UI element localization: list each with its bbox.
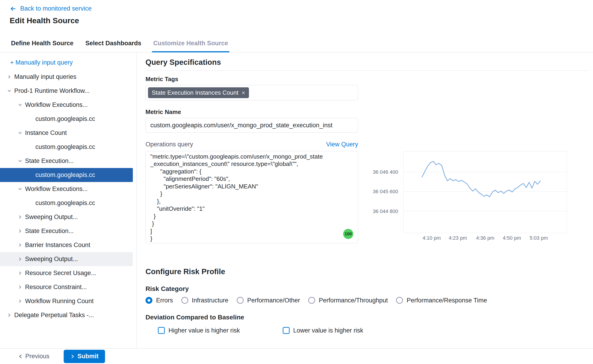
- view-query-link[interactable]: View Query: [326, 141, 358, 148]
- metric-tag-chip-label: State Execution Instances Count: [152, 89, 238, 96]
- chevron-right-icon[interactable]: [18, 285, 22, 290]
- tree-item-label: Resource Secret Usage...: [25, 270, 96, 277]
- radio-label: Performance/Response Time: [407, 297, 487, 304]
- radio-performance-response-time[interactable]: Performance/Response Time: [396, 297, 487, 304]
- chevron-right-icon[interactable]: [18, 271, 22, 275]
- add-manual-query-link[interactable]: + Manually input query: [10, 58, 73, 67]
- radio-icon[interactable]: [308, 297, 315, 304]
- page-body: + Manually input query Manually input qu…: [0, 52, 593, 348]
- radio-icon[interactable]: [237, 297, 244, 304]
- radio-errors[interactable]: Errors: [145, 297, 173, 304]
- risk-category-label: Risk Category: [145, 285, 588, 293]
- radio-icon[interactable]: [181, 297, 188, 304]
- tree-item-instance-count[interactable]: Instance Count: [0, 126, 137, 140]
- operations-query-textarea[interactable]: "filter": "metric.type=\"custom.googleap…: [145, 151, 358, 243]
- metric-tag-chip: State Execution Instances Count: [148, 87, 249, 98]
- wizard-footer: Previous Submit: [0, 348, 593, 364]
- tree-item-metric-selected[interactable]: custom.googleapis.cc: [0, 168, 133, 182]
- chevron-down-icon[interactable]: [18, 103, 22, 107]
- tree-item-state-execution-2[interactable]: State Execution...: [0, 224, 137, 238]
- tree-item-label: custom.googleapis.cc: [35, 171, 95, 179]
- operations-query-text: "filter": "metric.type=\"custom.googleap…: [150, 151, 353, 242]
- radio-selected-icon[interactable]: [145, 297, 152, 304]
- tree-item-barrier-instances-count[interactable]: Barrier Instances Count: [0, 238, 137, 252]
- tree-item-resource-secret-usage[interactable]: Resource Secret Usage...: [0, 266, 137, 280]
- tree-item-manually-input-queries[interactable]: Manually input queries: [0, 70, 137, 84]
- chevron-right-icon[interactable]: [18, 215, 22, 220]
- tree-item-sweeping-output[interactable]: Sweeping Output...: [0, 210, 137, 224]
- chevron-down-icon[interactable]: [18, 159, 22, 163]
- checkbox-icon[interactable]: [283, 327, 290, 334]
- x-axis-label: 4:23 pm: [444, 235, 472, 241]
- checkbox-icon[interactable]: [158, 327, 165, 334]
- configure-risk-profile-title: Configure Risk Profile: [145, 267, 588, 276]
- tree-item-workflow-executions-2[interactable]: Workflow Executions...: [0, 182, 137, 196]
- y-axis-label: 36 045 600: [366, 189, 398, 195]
- tab-select-dashboards[interactable]: Select Dashboards: [85, 34, 141, 52]
- x-axis-label: 4:10 pm: [418, 235, 445, 241]
- tree-item-label: State Execution...: [25, 228, 74, 235]
- y-axis-label: 36 046 400: [366, 169, 398, 175]
- chevron-right-icon[interactable]: [18, 229, 22, 234]
- tree-item-label: Sweeping Output...: [25, 255, 78, 263]
- back-link-label: Back to monitored service: [20, 5, 92, 12]
- tree-item-label: State Execution...: [25, 157, 74, 164]
- radio-performance-other[interactable]: Performance/Other: [237, 297, 300, 304]
- radio-performance-throughput[interactable]: Performance/Throughput: [308, 297, 388, 304]
- tree-item-state-execution[interactable]: State Execution...: [0, 154, 137, 168]
- close-icon[interactable]: [241, 91, 245, 95]
- section-divider: [145, 71, 588, 71]
- tree-item-label: Instance Count: [25, 129, 67, 136]
- chevron-down-icon[interactable]: [7, 89, 12, 93]
- previous-button-label: Previous: [25, 353, 49, 360]
- query-specifications-title: Query Specifications: [145, 58, 588, 67]
- radio-icon[interactable]: [396, 297, 403, 304]
- tree-item-sweeping-output-2[interactable]: Sweeping Output...: [0, 252, 133, 266]
- chevron-right-icon[interactable]: [7, 75, 12, 79]
- tree-item-label: custom.googleapis.cc: [35, 115, 95, 123]
- chevron-right-icon[interactable]: [18, 299, 22, 304]
- chevron-right-icon: [70, 354, 75, 359]
- metric-name-input[interactable]: [145, 118, 358, 133]
- checkbox-higher-value-higher-risk[interactable]: Higher value is higher risk: [158, 327, 240, 334]
- tab-define-health-source[interactable]: Define Health Source: [11, 34, 73, 52]
- wizard-tabs: Define Health Source Select Dashboards C…: [0, 34, 593, 52]
- metric-name-label: Metric Name: [145, 108, 588, 116]
- chevron-right-icon[interactable]: [18, 243, 22, 247]
- tree-item-label: Workflow Running Count: [25, 298, 94, 305]
- metric-tags-input[interactable]: State Execution Instances Count: [145, 85, 358, 100]
- back-link[interactable]: Back to monitored service: [10, 5, 92, 12]
- y-axis-label: 36 044 800: [366, 208, 398, 214]
- radio-label: Performance/Throughput: [319, 297, 388, 304]
- chevron-down-icon[interactable]: [18, 187, 22, 191]
- tree-item-metric[interactable]: custom.googleapis.cc: [0, 112, 137, 126]
- tree-item-workflow-running-count[interactable]: Workflow Running Count: [0, 294, 137, 308]
- tree-item-metric[interactable]: custom.googleapis.cc: [0, 140, 137, 154]
- chevron-right-icon[interactable]: [18, 257, 22, 261]
- tree-item-label: Resource Constraint...: [25, 284, 87, 291]
- tree-item-resource-constraint[interactable]: Resource Constraint...: [0, 280, 137, 294]
- submit-button[interactable]: Submit: [64, 350, 105, 363]
- tree-item-label: Workflow Executions...: [25, 185, 88, 193]
- operations-query-row: Operations query View Query: [145, 140, 358, 149]
- deviation-baseline-label: Deviation Compared to Baseline: [145, 313, 588, 321]
- radio-infrastructure[interactable]: Infrastructure: [181, 297, 228, 304]
- chevron-right-icon[interactable]: [7, 313, 12, 318]
- x-axis-label: 5:03 pm: [525, 235, 553, 241]
- checkbox-lower-value-higher-risk[interactable]: Lower value is higher risk: [283, 327, 363, 334]
- tab-customize-health-source[interactable]: Customize Health Source: [153, 34, 228, 52]
- tree-item-label: Delegate Perpetual Tasks -...: [14, 312, 94, 319]
- tree-item-metric[interactable]: custom.googleapis.cc: [0, 196, 137, 210]
- query-score-badge: 100: [343, 229, 353, 239]
- x-axis-label: 4:50 pm: [498, 235, 526, 241]
- previous-button[interactable]: Previous: [18, 353, 49, 360]
- tree-item-label: Manually input queries: [14, 73, 76, 80]
- tree-item-workflow-executions[interactable]: Workflow Executions...: [0, 98, 137, 112]
- chevron-down-icon[interactable]: [18, 131, 22, 135]
- page-header: Back to monitored service Edit Health So…: [0, 0, 593, 34]
- tree-item-delegate-perpetual-tasks[interactable]: Delegate Perpetual Tasks -...: [0, 308, 137, 322]
- radio-label: Errors: [156, 297, 173, 304]
- checkbox-label: Higher value is higher risk: [169, 327, 240, 334]
- tree-item-prod1-runtime-workflow[interactable]: Prod-1 Runtime Workflow...: [0, 84, 137, 98]
- tree-item-label: custom.googleapis.cc: [35, 200, 95, 207]
